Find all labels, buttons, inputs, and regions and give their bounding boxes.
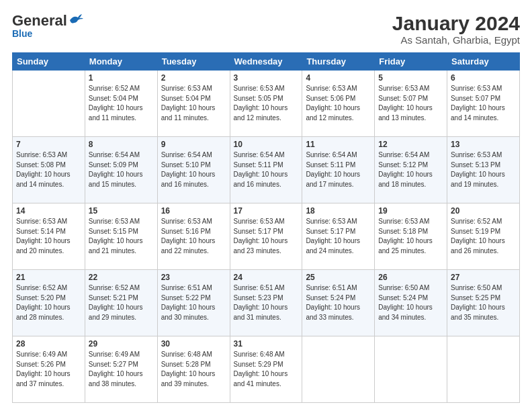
day-number: 29 bbox=[89, 339, 154, 349]
col-thursday: Thursday bbox=[302, 53, 375, 71]
day-info: Sunrise: 6:51 AMSunset: 5:24 PMDaylight:… bbox=[306, 283, 371, 322]
calendar-row: 21Sunrise: 6:52 AMSunset: 5:20 PMDayligh… bbox=[13, 270, 520, 336]
day-info: Sunrise: 6:54 AMSunset: 5:12 PMDaylight:… bbox=[378, 150, 443, 189]
table-row: 11Sunrise: 6:54 AMSunset: 5:11 PMDayligh… bbox=[302, 137, 375, 203]
table-row: 22Sunrise: 6:52 AMSunset: 5:21 PMDayligh… bbox=[85, 270, 157, 336]
table-row: 5Sunrise: 6:53 AMSunset: 5:07 PMDaylight… bbox=[375, 71, 447, 137]
table-row bbox=[447, 336, 520, 403]
table-row: 20Sunrise: 6:52 AMSunset: 5:19 PMDayligh… bbox=[447, 203, 520, 270]
table-row: 19Sunrise: 6:53 AMSunset: 5:18 PMDayligh… bbox=[375, 203, 447, 270]
header: General Blue January 2024 As Santah, Gha… bbox=[12, 12, 520, 46]
logo-general: General bbox=[12, 12, 67, 30]
table-row: 30Sunrise: 6:48 AMSunset: 5:28 PMDayligh… bbox=[157, 336, 230, 403]
day-number: 4 bbox=[306, 73, 371, 83]
table-row: 31Sunrise: 6:48 AMSunset: 5:29 PMDayligh… bbox=[230, 336, 302, 403]
table-row: 8Sunrise: 6:54 AMSunset: 5:09 PMDaylight… bbox=[85, 137, 157, 203]
day-info: Sunrise: 6:53 AMSunset: 5:07 PMDaylight:… bbox=[451, 84, 516, 123]
day-info: Sunrise: 6:53 AMSunset: 5:18 PMDaylight:… bbox=[378, 217, 443, 256]
table-row: 26Sunrise: 6:50 AMSunset: 5:24 PMDayligh… bbox=[375, 270, 447, 336]
col-saturday: Saturday bbox=[447, 53, 520, 71]
day-number: 22 bbox=[89, 273, 154, 282]
day-info: Sunrise: 6:53 AMSunset: 5:15 PMDaylight:… bbox=[89, 217, 154, 256]
table-row bbox=[13, 71, 85, 137]
day-info: Sunrise: 6:53 AMSunset: 5:13 PMDaylight:… bbox=[451, 150, 516, 189]
day-number: 3 bbox=[234, 73, 299, 83]
day-info: Sunrise: 6:49 AMSunset: 5:26 PMDaylight:… bbox=[16, 350, 81, 389]
table-row: 1Sunrise: 6:52 AMSunset: 5:04 PMDaylight… bbox=[85, 71, 157, 137]
calendar-header-row: Sunday Monday Tuesday Wednesday Thursday… bbox=[13, 53, 520, 71]
day-number: 20 bbox=[451, 206, 516, 216]
table-row: 9Sunrise: 6:54 AMSunset: 5:10 PMDaylight… bbox=[157, 137, 230, 203]
day-number: 27 bbox=[451, 273, 516, 282]
day-info: Sunrise: 6:52 AMSunset: 5:04 PMDaylight:… bbox=[89, 84, 154, 123]
day-info: Sunrise: 6:54 AMSunset: 5:11 PMDaylight:… bbox=[306, 150, 371, 189]
table-row: 4Sunrise: 6:53 AMSunset: 5:06 PMDaylight… bbox=[302, 71, 375, 137]
table-row: 17Sunrise: 6:53 AMSunset: 5:17 PMDayligh… bbox=[230, 203, 302, 270]
day-number: 2 bbox=[161, 73, 226, 83]
day-info: Sunrise: 6:53 AMSunset: 5:16 PMDaylight:… bbox=[161, 217, 226, 256]
col-friday: Friday bbox=[375, 53, 447, 71]
calendar-table: Sunday Monday Tuesday Wednesday Thursday… bbox=[12, 52, 520, 403]
day-info: Sunrise: 6:53 AMSunset: 5:17 PMDaylight:… bbox=[234, 217, 299, 256]
day-info: Sunrise: 6:52 AMSunset: 5:20 PMDaylight:… bbox=[16, 283, 81, 322]
day-number: 11 bbox=[306, 140, 371, 149]
day-number: 7 bbox=[16, 140, 81, 149]
table-row: 18Sunrise: 6:53 AMSunset: 5:17 PMDayligh… bbox=[302, 203, 375, 270]
day-info: Sunrise: 6:51 AMSunset: 5:22 PMDaylight:… bbox=[161, 283, 226, 322]
calendar-row: 14Sunrise: 6:53 AMSunset: 5:14 PMDayligh… bbox=[13, 203, 520, 270]
day-number: 8 bbox=[89, 140, 154, 149]
table-row: 25Sunrise: 6:51 AMSunset: 5:24 PMDayligh… bbox=[302, 270, 375, 336]
day-number: 30 bbox=[161, 339, 226, 349]
day-number: 6 bbox=[451, 73, 516, 83]
day-number: 19 bbox=[378, 206, 443, 216]
day-info: Sunrise: 6:48 AMSunset: 5:28 PMDaylight:… bbox=[161, 350, 226, 389]
day-number: 28 bbox=[16, 339, 81, 349]
calendar-subtitle: As Santah, Gharbia, Egypt bbox=[392, 34, 520, 46]
col-wednesday: Wednesday bbox=[230, 53, 302, 71]
day-number: 25 bbox=[306, 273, 371, 282]
day-number: 24 bbox=[234, 273, 299, 282]
day-info: Sunrise: 6:53 AMSunset: 5:06 PMDaylight:… bbox=[306, 84, 371, 123]
day-number: 5 bbox=[378, 73, 443, 83]
logo-bird-icon bbox=[69, 13, 83, 26]
day-number: 31 bbox=[234, 339, 299, 349]
day-info: Sunrise: 6:49 AMSunset: 5:27 PMDaylight:… bbox=[89, 350, 154, 389]
table-row bbox=[375, 336, 447, 403]
logo-blue: Blue bbox=[12, 28, 32, 39]
table-row: 24Sunrise: 6:51 AMSunset: 5:23 PMDayligh… bbox=[230, 270, 302, 336]
day-number: 13 bbox=[451, 140, 516, 149]
day-info: Sunrise: 6:54 AMSunset: 5:10 PMDaylight:… bbox=[161, 150, 226, 189]
day-number: 21 bbox=[16, 273, 81, 282]
table-row: 3Sunrise: 6:53 AMSunset: 5:05 PMDaylight… bbox=[230, 71, 302, 137]
day-info: Sunrise: 6:53 AMSunset: 5:08 PMDaylight:… bbox=[16, 150, 81, 189]
calendar-title: January 2024 bbox=[392, 12, 520, 34]
day-number: 17 bbox=[234, 206, 299, 216]
day-number: 9 bbox=[161, 140, 226, 149]
day-info: Sunrise: 6:54 AMSunset: 5:11 PMDaylight:… bbox=[234, 150, 299, 189]
day-info: Sunrise: 6:52 AMSunset: 5:21 PMDaylight:… bbox=[89, 283, 154, 322]
col-sunday: Sunday bbox=[13, 53, 85, 71]
day-info: Sunrise: 6:53 AMSunset: 5:07 PMDaylight:… bbox=[378, 84, 443, 123]
table-row: 14Sunrise: 6:53 AMSunset: 5:14 PMDayligh… bbox=[13, 203, 85, 270]
day-info: Sunrise: 6:52 AMSunset: 5:19 PMDaylight:… bbox=[451, 217, 516, 256]
table-row: 6Sunrise: 6:53 AMSunset: 5:07 PMDaylight… bbox=[447, 71, 520, 137]
calendar-row: 7Sunrise: 6:53 AMSunset: 5:08 PMDaylight… bbox=[13, 137, 520, 203]
day-number: 18 bbox=[306, 206, 371, 216]
table-row: 2Sunrise: 6:53 AMSunset: 5:04 PMDaylight… bbox=[157, 71, 230, 137]
table-row bbox=[302, 336, 375, 403]
table-row: 10Sunrise: 6:54 AMSunset: 5:11 PMDayligh… bbox=[230, 137, 302, 203]
table-row: 15Sunrise: 6:53 AMSunset: 5:15 PMDayligh… bbox=[85, 203, 157, 270]
day-info: Sunrise: 6:53 AMSunset: 5:17 PMDaylight:… bbox=[306, 217, 371, 256]
day-number: 15 bbox=[89, 206, 154, 216]
day-number: 23 bbox=[161, 273, 226, 282]
day-info: Sunrise: 6:50 AMSunset: 5:24 PMDaylight:… bbox=[378, 283, 443, 322]
page: General Blue January 2024 As Santah, Gha… bbox=[0, 0, 532, 411]
table-row: 27Sunrise: 6:50 AMSunset: 5:25 PMDayligh… bbox=[447, 270, 520, 336]
day-info: Sunrise: 6:54 AMSunset: 5:09 PMDaylight:… bbox=[89, 150, 154, 189]
table-row: 12Sunrise: 6:54 AMSunset: 5:12 PMDayligh… bbox=[375, 137, 447, 203]
day-info: Sunrise: 6:53 AMSunset: 5:05 PMDaylight:… bbox=[234, 84, 299, 123]
table-row: 16Sunrise: 6:53 AMSunset: 5:16 PMDayligh… bbox=[157, 203, 230, 270]
title-block: January 2024 As Santah, Gharbia, Egypt bbox=[392, 12, 520, 46]
day-number: 26 bbox=[378, 273, 443, 282]
table-row: 28Sunrise: 6:49 AMSunset: 5:26 PMDayligh… bbox=[13, 336, 85, 403]
